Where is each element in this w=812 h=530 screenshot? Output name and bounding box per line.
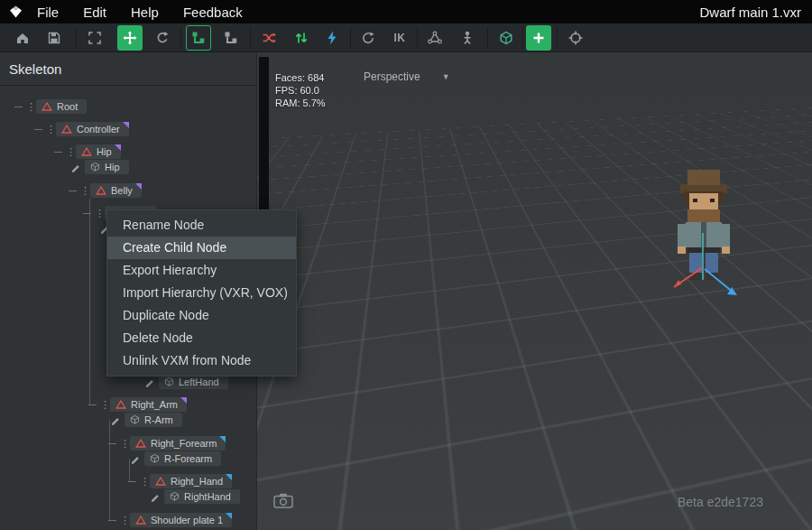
target-icon[interactable] xyxy=(563,25,588,51)
skeleton-icon[interactable] xyxy=(455,25,480,51)
move-tool-icon[interactable] xyxy=(117,25,143,51)
menu-file[interactable]: File xyxy=(37,5,59,20)
toolbar-separator xyxy=(557,27,558,49)
ctx-create-child-node[interactable]: Create Child Node xyxy=(107,237,296,259)
node-mark xyxy=(226,513,232,519)
character-eye xyxy=(693,199,697,202)
tree-node-root: ⋮ Root xyxy=(14,99,87,114)
bone-node-box[interactable]: Controller xyxy=(56,122,129,136)
toolbar-separator xyxy=(350,27,351,49)
tree-node-right-forearm: ⋮ Right_Forearm xyxy=(108,436,226,451)
toolbar: IK xyxy=(0,23,812,52)
tree-mesh-r-arm: R-Arm xyxy=(110,413,182,427)
node-mark xyxy=(226,474,232,480)
drag-handle-icon[interactable]: ⋮ xyxy=(26,99,32,114)
mesh-node-box[interactable]: LeftHand xyxy=(159,375,228,389)
menu-feedback[interactable]: Feedback xyxy=(183,5,243,20)
app-logo-icon xyxy=(8,5,24,19)
camera-mode-dropdown[interactable]: Perspective ▼ xyxy=(364,70,450,83)
ctx-unlink-vxm[interactable]: Unlink VXM from Node xyxy=(107,349,296,372)
mesh-cube-icon xyxy=(164,377,174,386)
edit-pencil-icon[interactable] xyxy=(70,162,81,172)
drag-handle-icon[interactable]: ⋮ xyxy=(120,436,125,451)
node-label: Root xyxy=(57,101,78,112)
character-hat xyxy=(687,170,720,185)
chevron-down-icon: ▼ xyxy=(442,72,450,81)
tree-node-right-arm: ⋮ Right_Arm xyxy=(88,397,187,412)
camera-mode-label: Perspective xyxy=(364,70,420,83)
tree-branch-dash xyxy=(69,191,77,191)
mesh-cube-icon xyxy=(170,491,180,501)
bone-node-box[interactable]: Hip xyxy=(76,144,121,159)
ctx-export-hierarchy[interactable]: Export Hierarchy xyxy=(107,259,296,282)
bone-icon xyxy=(96,185,106,196)
home-icon[interactable] xyxy=(10,25,35,51)
bone-node-box[interactable]: Right_Forearm xyxy=(130,436,226,451)
menu-help[interactable]: Help xyxy=(131,5,159,20)
edit-pencil-icon[interactable] xyxy=(150,491,161,502)
node-label: Right_Forearm xyxy=(151,438,217,449)
tree-node-hip: ⋮ Hip xyxy=(54,144,121,159)
node-label: Right_Arm xyxy=(131,399,178,410)
tree-branch-dash xyxy=(108,443,116,444)
document-title: Dwarf main 1.vxr xyxy=(699,5,801,20)
ground-grid xyxy=(257,52,812,164)
tree-branch-dash xyxy=(34,129,42,130)
edit-pencil-icon[interactable] xyxy=(144,377,155,387)
bone-node-box[interactable]: Right_Hand xyxy=(150,474,232,488)
bone-icon xyxy=(61,124,72,135)
transform-gizmo[interactable] xyxy=(654,233,789,323)
rotate-tool-icon[interactable] xyxy=(150,25,175,51)
tree-node-shoulder-plate: ⋮ Shoulder plate 1 xyxy=(108,513,232,527)
menu-edit[interactable]: Edit xyxy=(83,5,106,20)
drag-handle-icon[interactable]: ⋮ xyxy=(140,474,145,488)
viewport-stats: Faces: 684 FPS: 60.0 RAM: 5.7% xyxy=(275,71,326,109)
node-label: Shoulder plate 1 xyxy=(151,515,223,525)
drag-handle-icon[interactable]: ⋮ xyxy=(80,183,86,198)
bone-node-box[interactable]: Right_Arm xyxy=(110,397,187,412)
gizmo-axis-blue[interactable] xyxy=(705,269,734,293)
node-mark xyxy=(123,122,129,128)
drag-handle-icon[interactable]: ⋮ xyxy=(120,513,125,527)
bone-node-icon[interactable] xyxy=(422,25,448,51)
orbit-icon[interactable] xyxy=(355,25,381,51)
bone-icon xyxy=(155,476,166,487)
drag-handle-icon[interactable]: ⋮ xyxy=(100,397,106,412)
bone-node-box[interactable]: Shoulder plate 1 xyxy=(130,513,232,527)
mesh-node-box[interactable]: R-Arm xyxy=(125,413,182,427)
stat-fps: FPS: 60.0 xyxy=(275,84,326,97)
attach-node-icon[interactable] xyxy=(186,25,211,51)
mirror-icon[interactable] xyxy=(256,25,281,51)
mesh-node-box[interactable]: RightHand xyxy=(164,489,240,504)
add-node-icon[interactable] xyxy=(526,25,551,51)
fullscreen-icon[interactable] xyxy=(82,25,107,51)
node-label: LeftHand xyxy=(179,377,219,387)
ctx-import-hierarchy[interactable]: Import Hierarchy (VXR, VOX) xyxy=(107,282,296,304)
ctx-delete-node[interactable]: Delete Node xyxy=(107,327,296,349)
screenshot-button[interactable] xyxy=(273,493,293,508)
drag-handle-icon[interactable]: ⋮ xyxy=(95,206,100,220)
drag-handle-icon[interactable]: ⋮ xyxy=(66,144,71,159)
bone-node-box[interactable]: Root xyxy=(36,99,87,114)
save-icon[interactable] xyxy=(42,25,67,51)
ctx-rename-node[interactable]: Rename Node xyxy=(107,214,296,237)
cube-icon[interactable] xyxy=(494,25,519,51)
ctx-duplicate-node[interactable]: Duplicate Node xyxy=(107,304,296,327)
node-context-menu: Rename Node Create Child Node Export Hie… xyxy=(106,209,297,377)
sort-axes-icon[interactable] xyxy=(289,25,314,51)
menubar: File Edit Help Feedback Dwarf main 1.vxr xyxy=(0,0,812,23)
fast-mode-icon[interactable] xyxy=(319,25,345,51)
drag-handle-icon[interactable]: ⋮ xyxy=(46,122,51,136)
mesh-node-box[interactable]: R-Forearm xyxy=(144,451,221,466)
stat-faces: Faces: 684 xyxy=(275,71,326,84)
ik-toggle[interactable]: IK xyxy=(387,25,412,51)
node-label: R-Arm xyxy=(144,414,173,425)
skeleton-panel-header: Skeleton xyxy=(0,52,256,86)
mesh-cube-icon xyxy=(130,414,140,424)
bone-node-box[interactable]: Belly xyxy=(90,183,142,198)
edit-pencil-icon[interactable] xyxy=(110,414,121,425)
bone-icon xyxy=(115,399,126,410)
mesh-node-box[interactable]: Hip xyxy=(85,160,129,174)
detach-node-icon[interactable] xyxy=(218,25,244,51)
edit-pencil-icon[interactable] xyxy=(130,453,141,464)
